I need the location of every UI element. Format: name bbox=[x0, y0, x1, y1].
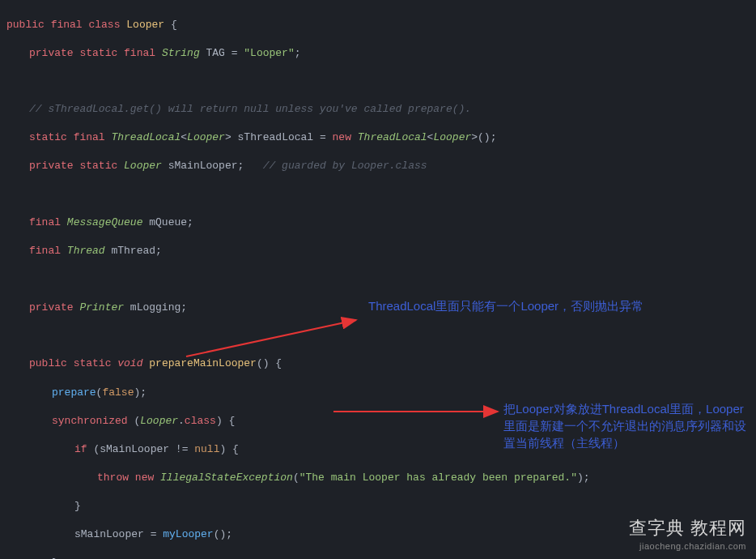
token: static bbox=[29, 131, 67, 143]
token: Looper bbox=[140, 415, 178, 427]
token: MessageQueue bbox=[67, 216, 143, 228]
comment: // sThreadLocal.get() will return null u… bbox=[29, 103, 471, 115]
token: Looper bbox=[124, 160, 162, 172]
code-line: throw new IllegalStateException("The mai… bbox=[6, 471, 750, 485]
token: final bbox=[29, 245, 61, 257]
token: static bbox=[74, 357, 112, 369]
token: ) { bbox=[219, 443, 238, 455]
token: "Looper" bbox=[244, 47, 294, 59]
code-line: } bbox=[6, 556, 750, 559]
method-name: prepareMainLooper bbox=[149, 357, 257, 369]
blank-line bbox=[6, 188, 750, 202]
token: () { bbox=[257, 357, 282, 369]
token: (); bbox=[214, 528, 232, 540]
token: ( bbox=[293, 472, 299, 484]
token: Looper bbox=[187, 131, 225, 143]
token: ; bbox=[155, 245, 162, 257]
token: final bbox=[29, 216, 61, 228]
token: TAG bbox=[206, 47, 225, 59]
token: > bbox=[225, 131, 231, 143]
code-line: // sThreadLocal.get() will return null u… bbox=[6, 102, 750, 117]
code-line: } bbox=[6, 499, 750, 514]
token: ); bbox=[134, 386, 147, 399]
token: static bbox=[79, 47, 117, 59]
token: mLogging bbox=[130, 301, 181, 314]
watermark-title: 查字典 教程网 bbox=[629, 516, 746, 540]
token: public bbox=[29, 357, 67, 369]
token: final bbox=[124, 47, 155, 59]
token: mQueue bbox=[149, 216, 187, 228]
token: void bbox=[117, 357, 142, 369]
token: ThreadLocal bbox=[111, 131, 181, 143]
code-line: static final ThreadLocal<Looper> sThread… bbox=[6, 130, 750, 145]
token: private bbox=[29, 47, 74, 59]
token: = bbox=[313, 131, 332, 143]
token: class bbox=[88, 19, 120, 31]
token: "The main Looper has already been prepar… bbox=[299, 472, 577, 484]
code-line: private static final String TAG = "Loope… bbox=[6, 46, 750, 61]
token: new bbox=[135, 472, 154, 484]
token: . bbox=[178, 415, 185, 427]
blank-line bbox=[6, 272, 750, 286]
code-line: private Printer mLogging; bbox=[6, 301, 750, 315]
token: static bbox=[79, 160, 117, 172]
token: } bbox=[74, 500, 81, 512]
token: Looper bbox=[433, 131, 471, 143]
token: private bbox=[29, 160, 74, 172]
token: = bbox=[225, 47, 244, 59]
token: ( bbox=[87, 443, 100, 455]
token: ; bbox=[295, 47, 301, 59]
token: myLooper bbox=[163, 528, 213, 540]
token: public bbox=[6, 19, 45, 31]
token: new bbox=[333, 131, 351, 143]
token: sThreadLocal bbox=[238, 131, 314, 143]
token: false bbox=[102, 386, 134, 399]
token: String bbox=[162, 47, 200, 59]
token: throw bbox=[97, 472, 129, 484]
token: null bbox=[194, 443, 219, 455]
token: sMainLooper bbox=[100, 443, 169, 455]
code-line: public final class Looper { bbox=[6, 18, 750, 32]
token: Thread bbox=[67, 245, 105, 257]
token: != bbox=[169, 443, 194, 455]
token: = bbox=[144, 528, 163, 540]
blank-line bbox=[6, 75, 750, 88]
token: IllegalStateException bbox=[160, 472, 293, 484]
watermark: 查字典 教程网 jiaocheng.chazidian.com bbox=[629, 516, 746, 553]
token: final bbox=[74, 131, 105, 143]
code-line: synchronized (Looper.class) { bbox=[6, 414, 750, 429]
code-line: final MessageQueue mQueue; bbox=[6, 215, 750, 230]
token: { bbox=[164, 19, 177, 31]
watermark-url: jiaocheng.chazidian.com bbox=[629, 540, 746, 553]
code-line: prepare(false); bbox=[6, 386, 750, 400]
token: private bbox=[29, 301, 74, 314]
code-line: public static void prepareMainLooper() { bbox=[6, 356, 750, 371]
token: (); bbox=[478, 131, 496, 143]
code-line: final Thread mThread; bbox=[6, 244, 750, 258]
token: ) { bbox=[216, 415, 235, 427]
token: final bbox=[51, 19, 83, 31]
code-line: private static Looper sMainLooper; // gu… bbox=[6, 159, 750, 173]
comment: // guarded by Looper.class bbox=[263, 160, 427, 172]
token: ThreadLocal bbox=[358, 131, 427, 143]
token: if bbox=[74, 443, 87, 455]
token: class bbox=[185, 415, 216, 427]
token: ; bbox=[181, 301, 187, 314]
class-name: Looper bbox=[126, 19, 164, 31]
token: sMainLooper bbox=[168, 160, 238, 172]
token: ; bbox=[238, 160, 263, 172]
code-line: if (sMainLooper != null) { bbox=[6, 442, 750, 457]
token: synchronized bbox=[52, 415, 128, 427]
token: sMainLooper bbox=[74, 528, 144, 540]
code-block: public final class Looper { private stat… bbox=[0, 0, 756, 559]
token: ); bbox=[577, 472, 590, 484]
token: mThread bbox=[111, 245, 155, 257]
token: prepare bbox=[52, 386, 96, 399]
blank-line bbox=[6, 329, 750, 343]
token: > bbox=[471, 131, 478, 143]
token: < bbox=[181, 131, 187, 143]
token: ( bbox=[128, 415, 141, 427]
token: ; bbox=[187, 216, 193, 228]
token: Printer bbox=[79, 301, 124, 314]
